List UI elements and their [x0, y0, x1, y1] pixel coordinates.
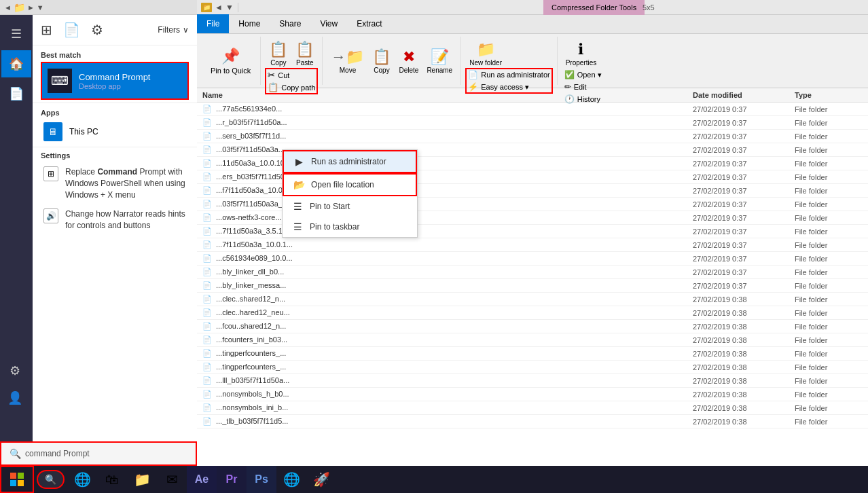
docs-icon[interactable]: 📄 — [1, 80, 31, 107]
file-row[interactable]: 📄...r_b03f5f7f11d50a... 27/02/2019 0:37 … — [197, 116, 868, 130]
tab-view[interactable]: View — [310, 14, 347, 33]
search-top-icon-3: ⚙ — [91, 22, 103, 38]
home-icon[interactable]: 🏠 — [1, 50, 31, 77]
ribbon-group-new: 📁 New folder 📄 Run as administrator ⚡ Ea… — [461, 37, 558, 85]
filters-btn[interactable]: Filters ∨ — [158, 25, 189, 35]
gear-icon[interactable]: ⚙ — [0, 357, 30, 384]
file-row[interactable]: 📄...lll_b03f5f7f11d50a... 27/02/2019 0:3… — [197, 374, 868, 388]
file-row[interactable]: 📄...fcou..shared12_n... 27/02/2019 0:38 … — [197, 320, 868, 333]
properties-btn[interactable]: ℹ Properties — [563, 39, 600, 68]
col-name: Name — [202, 91, 693, 99]
file-row-name: 📄...7f11d50a3a_10.0.1... — [202, 240, 693, 249]
tab-home[interactable]: Home — [229, 14, 270, 33]
file-row-type: File folder — [795, 105, 863, 113]
taskbar-chrome[interactable]: 🌐 — [276, 466, 306, 493]
cut-btn[interactable]: ✂ Cut — [266, 69, 317, 81]
setting-text-0: Replace Command Prompt with Windows Powe… — [65, 166, 186, 200]
copy2-btn[interactable]: 📋 Copy — [369, 47, 393, 75]
taskbar-ae[interactable]: Ae — [187, 466, 217, 493]
windows-logo-icon — [10, 473, 24, 486]
file-row-date: 27/02/2019 0:38 — [693, 404, 795, 412]
user-icon[interactable]: 👤 — [0, 384, 30, 412]
taskbar-search-icon: 🔍 — [45, 474, 56, 485]
qat-separator — [238, 3, 238, 12]
setting-item-0[interactable]: ⊞ Replace Command Prompt with Windows Po… — [41, 164, 189, 206]
taskbar-store[interactable]: 🛍 — [97, 466, 127, 493]
taskbar-other[interactable]: 🚀 — [306, 466, 336, 493]
open-loc-label: Open file location — [311, 180, 374, 189]
file-row[interactable]: 📄...sers_b03f5f7f11d... 27/02/2019 0:37 … — [197, 130, 868, 143]
file-row-type: File folder — [795, 119, 863, 127]
file-row-type: File folder — [795, 404, 863, 412]
file-row-type: File folder — [795, 418, 863, 426]
file-row-type: File folder — [795, 173, 863, 181]
file-row[interactable]: 📄..._tlb_b03f5f7f11d5... 27/02/2019 0:38… — [197, 415, 868, 428]
paste-btn[interactable]: 📋 Paste — [293, 39, 317, 68]
search-bottom-text: command Prompt — [25, 449, 90, 458]
file-row-date: 27/02/2019 0:37 — [693, 227, 795, 236]
file-row[interactable]: 📄...bly_linker_messa... 27/02/2019 0:37 … — [197, 279, 868, 293]
open-btn[interactable]: ✅ Open ▾ — [563, 69, 603, 80]
pin-taskbar-icon: ☰ — [292, 221, 303, 232]
file-row[interactable]: 📄...clec..hared12_neu... 27/02/2019 0:38… — [197, 306, 868, 320]
pin-start-label: Pin to Start — [310, 202, 350, 211]
taskbar: 🔍 🌐 🛍 📁 ✉ Ae Pr Ps 🌐 🚀 — [0, 466, 868, 493]
new-folder-btn[interactable]: 📁 New folder — [467, 39, 505, 68]
taskbar-search-btn[interactable]: 🔍 — [37, 470, 65, 489]
best-match-item[interactable]: ⌨ Command Prompt Desktop app — [41, 62, 189, 100]
run-admin-label: Run as administrator — [311, 157, 386, 166]
file-row-date: 27/02/2019 0:37 — [693, 200, 795, 208]
qat-folder-icon: 📁 — [201, 3, 212, 12]
taskbar-edge[interactable]: 🌐 — [67, 466, 97, 493]
start-button[interactable] — [0, 466, 34, 493]
file-row[interactable]: 📄...nonsymbols_h_b0... 27/02/2019 0:38 F… — [197, 388, 868, 401]
file-row-date: 27/02/2019 0:38 — [693, 363, 795, 371]
ribbon-group-open: ℹ Properties ✅ Open ▾ ✏ Edit 🕐 — [558, 37, 609, 85]
file-row[interactable]: 📄...tingperfcounters_... 27/02/2019 0:38… — [197, 361, 868, 374]
qat-btn2[interactable]: ▼ — [225, 3, 234, 12]
file-row[interactable]: 📄...fcounters_ini_b03... 27/02/2019 0:38… — [197, 333, 868, 347]
file-row[interactable]: 📄...nonsymbols_ini_b... 27/02/2019 0:38 … — [197, 401, 868, 415]
qat-btn1[interactable]: ◄ — [215, 3, 223, 12]
file-row-type: File folder — [795, 309, 863, 317]
taskbar-files[interactable]: 📁 — [127, 466, 157, 493]
quick-drop-btn[interactable]: ▼ — [37, 3, 44, 12]
file-row-name: 📄..._tlb_b03f5f7f11d5... — [202, 417, 693, 426]
taskbar-pr[interactable]: Pr — [217, 466, 247, 493]
ribbon-content: 📌 Pin to Quick 📋 Copy 📋 Paste — [197, 34, 868, 88]
quick-folder-icon: 📁 — [14, 2, 25, 13]
rename-btn[interactable]: 📝 Rename — [424, 47, 455, 75]
file-row[interactable]: 📄...clec..shared12_n... 27/02/2019 0:38 … — [197, 293, 868, 306]
file-row[interactable]: 📄...tingperfcounters_... 27/02/2019 0:38… — [197, 347, 868, 361]
delete-btn[interactable]: ✖ Delete — [396, 47, 421, 75]
tab-file[interactable]: File — [197, 14, 229, 33]
file-row[interactable]: 📄...77a5c561934e0... 27/02/2019 0:37 Fil… — [197, 103, 868, 116]
quick-fwd-btn[interactable]: ► — [27, 3, 35, 12]
settings-label: Settings — [41, 151, 189, 160]
file-row[interactable]: 📄...bly_linker_dll_b0... 27/02/2019 0:37… — [197, 266, 868, 279]
new-item-btn[interactable]: 📄 Run as administrator — [467, 69, 551, 80]
context-menu-item-0[interactable]: ▶ Run as administrator — [283, 150, 417, 173]
taskbar-ps[interactable]: Ps — [247, 466, 276, 493]
file-row[interactable]: 📄...7f11d50a3a_10.0.1... 27/02/2019 0:37… — [197, 238, 868, 252]
context-menu-item-2[interactable]: ☰ Pin to Start — [283, 196, 417, 217]
context-menu-item-1[interactable]: 📂 Open file location — [283, 173, 417, 196]
file-row[interactable]: 📄...c561934e089_10.0... 27/02/2019 0:37 … — [197, 252, 868, 266]
hamburger-icon[interactable]: ☰ — [1, 20, 31, 48]
run-admin-icon: ▶ — [293, 156, 304, 167]
context-menu-item-3[interactable]: ☰ Pin to taskbar — [283, 217, 417, 237]
file-row-name: 📄...tingperfcounters_... — [202, 363, 693, 371]
file-row-date: 27/02/2019 0:37 — [693, 214, 795, 222]
move-btn[interactable]: →📁 Move — [328, 47, 367, 75]
taskbar-mail[interactable]: ✉ — [157, 466, 187, 493]
tab-extract[interactable]: Extract — [347, 14, 391, 33]
file-row-date: 27/02/2019 0:38 — [693, 390, 795, 399]
svg-rect-1 — [18, 473, 24, 479]
copy-btn[interactable]: 📋 Copy — [266, 39, 290, 68]
quick-back-btn[interactable]: ◄ — [4, 3, 12, 12]
setting-item-1[interactable]: 🔊 Change how Narrator reads hints for co… — [41, 206, 189, 237]
this-pc-item[interactable]: 🖥 This PC — [41, 120, 189, 144]
search-top-icons: ⊞ 📄 ⚙ Filters ∨ — [33, 15, 197, 45]
pin-btn[interactable]: 📌 Pin to Quick — [206, 46, 255, 76]
tab-share[interactable]: Share — [270, 14, 310, 33]
